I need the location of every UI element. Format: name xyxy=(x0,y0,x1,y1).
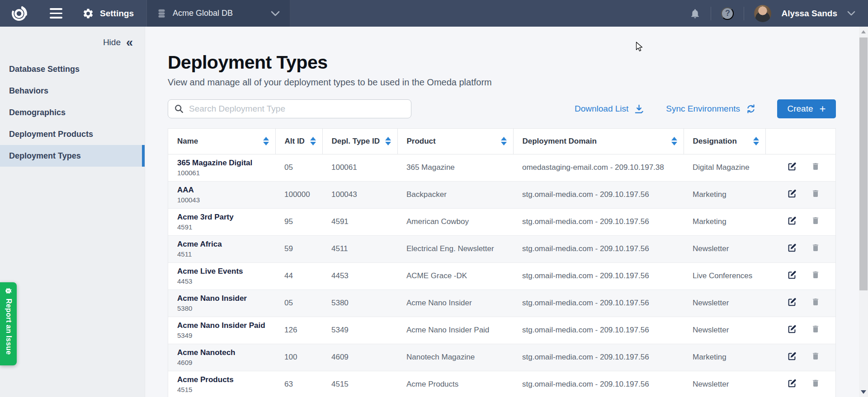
edit-button[interactable] xyxy=(787,351,797,363)
hamburger-menu-button[interactable] xyxy=(47,5,65,21)
row-name: Acme Nano Insider Paid xyxy=(177,321,269,330)
edit-button[interactable] xyxy=(787,378,797,390)
edit-button[interactable] xyxy=(787,162,797,173)
sync-environments-button[interactable]: Sync Environments xyxy=(666,103,756,114)
delete-button[interactable] xyxy=(811,161,820,173)
download-list-label: Download List xyxy=(575,104,628,114)
user-name[interactable]: Alyssa Sands xyxy=(781,9,837,19)
trash-icon xyxy=(811,297,820,307)
row-designation: Newsletter xyxy=(684,290,765,317)
sort-icon[interactable] xyxy=(753,137,759,145)
create-button[interactable]: Create + xyxy=(777,99,836,118)
nav-settings[interactable]: Settings xyxy=(82,8,134,19)
row-depl-type-id: 4591 xyxy=(322,208,397,235)
delete-button[interactable] xyxy=(811,378,820,390)
column-header-actions xyxy=(765,129,835,154)
avatar[interactable] xyxy=(754,5,771,22)
row-deployment-domain: stg.omail-media.com - 209.10.197.56 xyxy=(513,344,684,371)
sync-environments-label: Sync Environments xyxy=(666,104,740,114)
row-deployment-domain: stg.omail-media.com - 209.10.197.56 xyxy=(513,181,684,208)
row-id: 5349 xyxy=(177,332,269,339)
help-button[interactable]: ? xyxy=(721,7,734,20)
delete-button[interactable] xyxy=(811,188,820,200)
report-issue-button[interactable]: Report an Issue xyxy=(0,282,17,365)
sort-icon[interactable] xyxy=(671,137,677,145)
row-id: 100043 xyxy=(177,196,269,204)
edit-button[interactable] xyxy=(787,216,797,227)
row-alt-id: 05 xyxy=(275,290,322,317)
column-header-alt-id[interactable]: Alt ID xyxy=(275,129,322,154)
notifications-button[interactable] xyxy=(689,7,701,19)
report-issue-label: Report an Issue xyxy=(5,299,13,355)
table-row: Acme 3rd Party 4591 95 4591 American Cow… xyxy=(168,208,835,235)
trash-icon xyxy=(811,324,820,334)
delete-button[interactable] xyxy=(811,243,820,254)
column-header-deployment-domain[interactable]: Deployment Domain xyxy=(513,129,684,154)
row-designation: Marketing xyxy=(684,208,765,235)
row-id: 5380 xyxy=(177,304,269,312)
sidebar-hide-button[interactable]: Hide « xyxy=(0,27,145,50)
sidebar-item-database-settings[interactable]: Database Settings xyxy=(0,58,145,80)
sidebar-item-deployment-products[interactable]: Deployment Products xyxy=(0,123,145,145)
edit-pencil-icon xyxy=(787,324,797,334)
controls-row: Download List Sync Environments Create + xyxy=(168,99,836,118)
sort-icon[interactable] xyxy=(310,137,316,145)
sidebar-item-label: Demographics xyxy=(9,108,66,117)
column-header-product[interactable]: Product xyxy=(397,129,513,154)
row-designation: Digital Magazine xyxy=(684,154,765,181)
row-name: Acme Africa xyxy=(177,240,269,249)
delete-button[interactable] xyxy=(811,215,820,227)
edit-button[interactable] xyxy=(787,270,797,281)
row-depl-type-id: 100043 xyxy=(322,181,397,208)
trash-icon xyxy=(811,378,820,388)
bell-icon xyxy=(689,7,701,19)
sidebar-item-demographics[interactable]: Demographics xyxy=(0,102,145,123)
column-header-depl-type-id[interactable]: Depl. Type ID xyxy=(322,129,397,154)
sort-icon[interactable] xyxy=(501,137,507,145)
table-row: Acme Live Events 4453 44 4453 ACME Grace… xyxy=(168,262,835,290)
delete-button[interactable] xyxy=(811,270,820,281)
row-alt-id: 44 xyxy=(275,262,322,290)
row-product: Acme Products xyxy=(397,371,513,397)
vertical-scrollbar[interactable] xyxy=(859,27,868,397)
edit-button[interactable] xyxy=(787,297,797,308)
row-deployment-domain: omedastaging-email.com - 209.10.197.38 xyxy=(513,154,684,181)
row-product: ACME Grace -DK xyxy=(397,262,513,290)
sort-icon[interactable] xyxy=(263,137,269,145)
table-row: 365 Magazine Digital 100061 05 100061 36… xyxy=(168,154,835,181)
page-subtitle: View and manage all of your deployment t… xyxy=(168,77,859,88)
column-header-designation[interactable]: Designation xyxy=(684,129,765,154)
row-alt-id: 126 xyxy=(275,317,322,344)
search-input[interactable] xyxy=(168,99,411,118)
user-chevron-down-icon[interactable] xyxy=(847,11,855,16)
database-selector-value: Acme Global DB xyxy=(173,9,233,18)
sort-icon[interactable] xyxy=(385,137,391,145)
column-header-name[interactable]: Name xyxy=(168,129,275,154)
row-id: 4515 xyxy=(177,386,269,393)
row-deployment-domain: stg.omail-media.com - 209.10.197.56 xyxy=(513,290,684,317)
delete-button[interactable] xyxy=(811,297,820,308)
sidebar-item-label: Deployment Types xyxy=(9,151,81,161)
edit-button[interactable] xyxy=(787,243,797,254)
page-title: Deployment Types xyxy=(168,52,859,73)
scrollbar-up-arrow[interactable] xyxy=(859,27,868,37)
edit-button[interactable] xyxy=(787,189,797,200)
delete-button[interactable] xyxy=(811,324,820,336)
sidebar-item-deployment-types[interactable]: Deployment Types xyxy=(0,145,145,167)
trash-icon xyxy=(811,215,820,226)
database-selector[interactable]: Acme Global DB xyxy=(146,0,290,27)
row-depl-type-id: 5380 xyxy=(322,290,397,317)
edit-pencil-icon xyxy=(787,270,797,280)
download-list-button[interactable]: Download List xyxy=(575,104,644,114)
omeda-logo[interactable] xyxy=(9,4,29,23)
scrollbar-down-arrow[interactable] xyxy=(859,388,868,396)
scrollbar-thumb[interactable] xyxy=(859,37,868,290)
table-row: Acme Products 4515 63 4515 Acme Products… xyxy=(168,371,835,397)
delete-button[interactable] xyxy=(811,351,820,363)
edit-button[interactable] xyxy=(787,324,797,336)
omeda-logo-icon xyxy=(9,4,28,23)
row-alt-id: 100000 xyxy=(275,181,322,208)
sidebar-item-behaviors[interactable]: Behaviors xyxy=(0,80,145,102)
collapse-chevrons-icon: « xyxy=(126,38,133,47)
row-depl-type-id: 4609 xyxy=(322,344,397,371)
